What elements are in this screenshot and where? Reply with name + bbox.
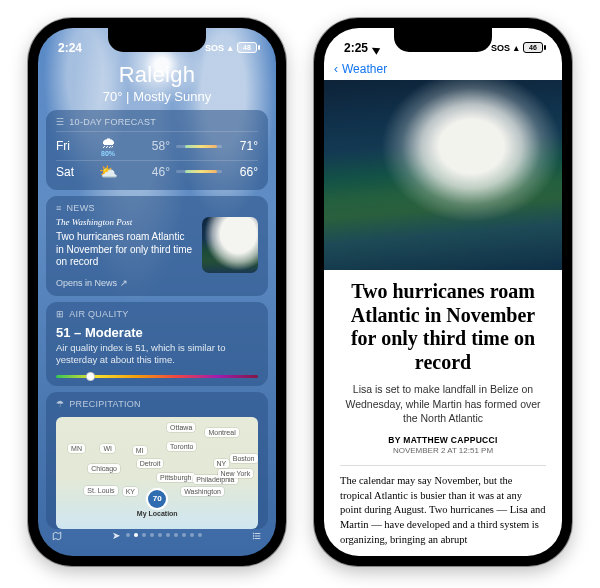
back-label: Weather (342, 62, 387, 76)
article-hero-image (324, 80, 562, 270)
back-button[interactable]: ‹ Weather (324, 60, 562, 80)
status-bar: 2:25 ◀ SOS ▴ 46 (324, 28, 562, 60)
battery-icon: 46 (523, 42, 546, 53)
aqi-description: Air quality index is 51, which is simila… (56, 342, 258, 367)
map-city-label: NY (214, 459, 230, 468)
page-dot[interactable] (190, 533, 194, 537)
temp-range-bar (176, 145, 222, 148)
article-body-text: The calendar may say November, but the t… (340, 474, 546, 547)
battery-icon: 48 (237, 42, 260, 53)
weather-icon: 🌧80% (96, 135, 120, 157)
aqi-header: AIR QUALITY (69, 309, 128, 319)
status-sos: SOS (205, 43, 224, 53)
map-city-label: New York (218, 469, 254, 478)
map-city-label: Pittsburgh (157, 473, 195, 482)
aqi-value: 51 – Moderate (56, 325, 258, 340)
map-city-label: MN (68, 444, 85, 453)
page-dot[interactable] (182, 533, 186, 537)
pin-label: My Location (137, 510, 178, 517)
page-indicator[interactable]: ➤ (112, 530, 202, 541)
umbrella-icon: ☂ (56, 399, 64, 409)
map-city-label: Toronto (167, 442, 196, 451)
weather-icon: ⛅ (96, 164, 120, 179)
phone-article: 2:25 ◀ SOS ▴ 46 ‹ Weather Two hurricanes… (314, 18, 572, 566)
map-city-label: Detroit (137, 459, 164, 468)
map-city-label: WI (100, 444, 115, 453)
page-dot[interactable] (198, 533, 202, 537)
current-temp: 70° (103, 89, 123, 104)
page-dot[interactable] (126, 533, 130, 537)
forecast-day: Sat (56, 165, 90, 179)
location-services-icon: ◀ (370, 42, 381, 54)
article-title: Two hurricanes roam Atlantic in November… (340, 280, 546, 374)
map-city-label: Ottawa (167, 423, 195, 432)
current-condition-text: Mostly Sunny (133, 89, 211, 104)
status-sos: SOS (491, 43, 510, 53)
news-icon: ≡ (56, 203, 62, 213)
battery-level: 48 (237, 42, 257, 53)
page-dot[interactable] (142, 533, 146, 537)
forecast-row[interactable]: Sat⛅46°66° (56, 161, 258, 182)
status-bar: 2:24 SOS ▴ 48 (38, 28, 276, 60)
calendar-icon: ☰ (56, 117, 64, 127)
status-time: 2:24 (58, 41, 82, 55)
map-icon[interactable] (52, 527, 62, 544)
location-arrow-icon: ➤ (112, 530, 120, 541)
list-icon[interactable] (252, 527, 262, 544)
forecast-card[interactable]: ☰ 10-DAY FORECAST Fri🌧80%58°71°Sat⛅46°66… (46, 110, 268, 190)
map-city-label: St. Louis (84, 486, 117, 495)
news-header: NEWS (67, 203, 95, 213)
opens-in-news-link[interactable]: Opens in News ↗ (56, 278, 258, 288)
forecast-high: 71° (228, 139, 258, 153)
map-city-label: Montreal (205, 428, 238, 437)
news-source: The Washington Post (56, 217, 194, 228)
svg-point-5 (253, 538, 254, 539)
article-byline: BY MATTHEW CAPPUCCI (340, 435, 546, 445)
page-dot[interactable] (158, 533, 162, 537)
precip-map[interactable]: 70 My Location OttawaMontrealMNWIMIToron… (56, 417, 258, 529)
news-thumbnail (202, 217, 258, 273)
forecast-low: 58° (136, 139, 170, 153)
article-subtitle: Lisa is set to make landfall in Belize o… (341, 382, 546, 425)
forecast-row[interactable]: Fri🌧80%58°71° (56, 132, 258, 160)
status-time: 2:25 (344, 41, 368, 55)
pin-temp: 70 (148, 490, 166, 508)
signal-icon: ▴ (228, 43, 233, 53)
city-name: Raleigh (38, 62, 276, 88)
map-city-label: Washington (181, 487, 224, 496)
forecast-high: 66° (228, 165, 258, 179)
forecast-day: Fri (56, 139, 90, 153)
forecast-low: 46° (136, 165, 170, 179)
map-city-label: Chicago (88, 464, 120, 473)
temp-range-bar (176, 170, 222, 173)
page-dot[interactable] (174, 533, 178, 537)
signal-icon: ▴ (514, 43, 519, 53)
my-location-pin[interactable]: 70 My Location (137, 490, 178, 517)
weather-header: Raleigh 70° | Mostly Sunny (38, 60, 276, 110)
precip-header: PRECIPITATION (69, 399, 141, 409)
chevron-left-icon: ‹ (334, 62, 338, 76)
map-city-label: KY (123, 487, 138, 496)
map-city-label: MI (133, 446, 147, 455)
page-dot[interactable] (166, 533, 170, 537)
news-card[interactable]: ≡ NEWS The Washington Post Two hurricane… (46, 196, 268, 296)
article-dateline: NOVEMBER 2 AT 12:51 PM (340, 446, 546, 455)
svg-point-3 (253, 533, 254, 534)
news-headline: Two hurricanes roam Atlantic in November… (56, 231, 192, 267)
svg-point-4 (253, 535, 254, 536)
forecast-header: 10-DAY FORECAST (69, 117, 156, 127)
phone-weather: 2:24 SOS ▴ 48 Raleigh 70° | Mostly Sunny (28, 18, 286, 566)
current-conditions: 70° | Mostly Sunny (38, 89, 276, 104)
bottom-toolbar: ➤ (38, 522, 276, 556)
precipitation-card[interactable]: ☂ PRECIPITATION 70 My Location OttawaMon… (46, 392, 268, 529)
air-quality-card[interactable]: ⊞ AIR QUALITY 51 – Moderate Air quality … (46, 302, 268, 386)
page-dot[interactable] (150, 533, 154, 537)
aqi-icon: ⊞ (56, 309, 64, 319)
aqi-scale (56, 375, 258, 378)
map-city-label: Boston (230, 454, 258, 463)
page-dot[interactable] (134, 533, 138, 537)
battery-level: 46 (523, 42, 543, 53)
